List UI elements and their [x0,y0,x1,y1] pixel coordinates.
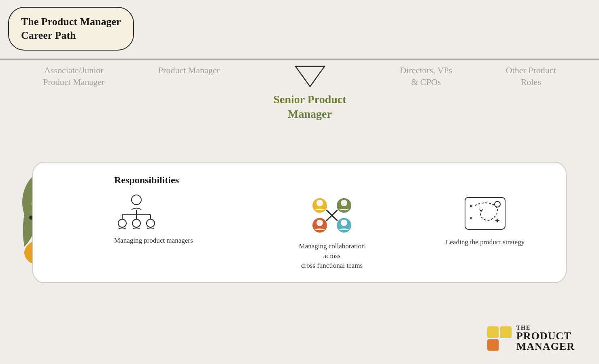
logo-text: THE PRODUCT MANAGER [516,325,575,352]
logo-squares [487,326,512,351]
logo-square-yellow-2 [500,326,512,338]
brand-logo: THE PRODUCT MANAGER [487,325,575,352]
svg-point-19 [316,200,323,206]
logo-product: PRODUCT [516,331,575,341]
page-title: The Product ManagerCareer Path [21,15,121,42]
collaboration-label: Managing collaboration acrosscross funct… [291,241,372,270]
svg-text:×: × [469,203,473,210]
strategy-icon: × × ✦ [462,194,508,233]
logo-square-orange [487,339,499,351]
responsibilities-title: Responsibilities [114,175,179,186]
resp-strategy: × × ✦ Leading the product strategy [421,175,550,247]
svg-point-23 [316,220,323,226]
managing-pms-label: Managing product managers [114,236,193,245]
nav-spm[interactable]: Senior Product Manager [273,65,346,122]
career-path-nav: Associate/Junior Product Manager Product… [0,65,599,122]
svg-text:×: × [469,215,473,222]
nav-other[interactable]: Other Product Roles [506,65,556,88]
resp-collaboration: Managing collaboration acrosscross funct… [268,175,397,270]
title-badge: The Product ManagerCareer Path [8,7,134,51]
triangle-icon [294,65,326,88]
svg-point-21 [341,200,347,206]
responsibilities-card: Responsibilities [32,162,567,283]
logo-square-empty [500,339,512,351]
svg-text:✦: ✦ [494,217,500,225]
resp-content: Responsibilities [114,175,550,270]
nav-directors[interactable]: Directors, VPs & CPOs [400,65,452,88]
resp-managing-pms: Responsibilities [114,175,243,245]
header-divider [0,59,599,59]
nav-pm[interactable]: Product Manager [158,65,220,76]
svg-marker-0 [295,66,325,87]
svg-point-9 [132,195,141,205]
logo-square-yellow-1 [487,326,499,338]
nav-associate[interactable]: Associate/Junior Product Manager [43,65,104,88]
org-chart-icon [114,193,159,231]
svg-point-16 [132,219,140,227]
logo-manager: MANAGER [516,341,575,352]
collaboration-icon [306,194,358,237]
strategy-label: Leading the product strategy [446,237,525,247]
svg-point-17 [147,219,155,227]
svg-point-25 [341,220,347,226]
svg-point-15 [118,219,126,227]
